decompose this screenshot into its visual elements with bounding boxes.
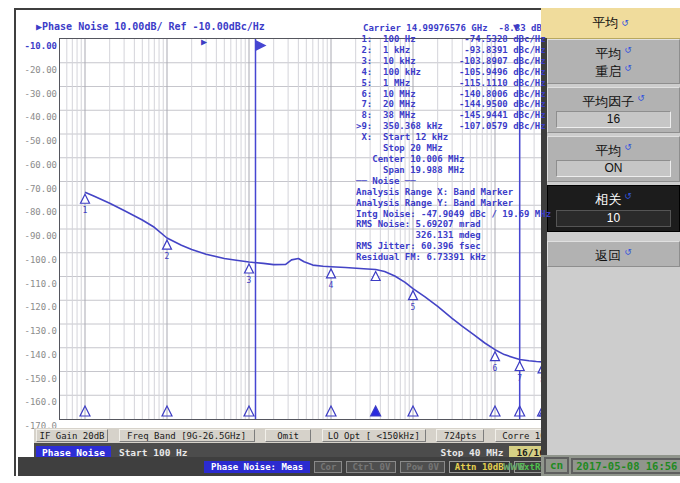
svg-text:3: 3 [247, 276, 252, 285]
softkey-average-onoff[interactable]: 平均↺ON [547, 136, 680, 182]
y-axis: -10.00-20.00-30.00-40.00-50.00-60.00-70.… [18, 40, 57, 422]
y-tick-label: -10.00 [18, 41, 57, 51]
softkey-icon: ↺ [624, 63, 632, 73]
y-tick-label: -110.0 [18, 279, 57, 289]
toolbar-button-1[interactable]: Freq Band [9G-26.5GHz] [119, 429, 255, 442]
phase-noise-plot[interactable]: 12345678 [59, 38, 555, 420]
softkey-icon: ↺ [637, 93, 645, 103]
measurement-state-badge[interactable]: Phase Noise: Meas [204, 461, 310, 473]
start-frequency-label: Start 100 Hz [119, 447, 188, 458]
y-tick-label: -160.0 [18, 397, 57, 407]
svg-text:4: 4 [329, 281, 334, 290]
y-tick-label: -90.00 [18, 231, 57, 241]
instrument-display: ▶Phase Noise 10.00dB/ Ref -10.00dBc/Hz C… [14, 8, 541, 476]
y-tick-label: -50.00 [18, 136, 57, 146]
softkey-icon: ↺ [624, 247, 632, 257]
toolbar-button-4[interactable]: 724pts [436, 429, 484, 442]
datetime-badge: 2017-05-08 16:56 [571, 458, 680, 474]
svg-text:5: 5 [411, 303, 416, 312]
softkey-average-factor[interactable]: 平均因子↺16 [547, 87, 680, 133]
menu-title-label: 平均 [592, 14, 618, 32]
toolbar-button-0[interactable]: IF Gain 20dB [36, 429, 108, 442]
softkey-value: 10 [556, 210, 671, 227]
svg-text:2: 2 [165, 252, 170, 261]
softkey-label: 平均因子 [582, 94, 634, 109]
softkey-value: ON [556, 160, 671, 177]
y-tick-label: -80.00 [18, 207, 57, 217]
softkey-icon: ↺ [624, 45, 632, 55]
y-tick-label: -100.0 [18, 255, 57, 265]
phase-noise-analyzer-screen: ▶Phase Noise 10.00dB/ Ref -10.00dBc/Hz C… [0, 0, 680, 483]
softkey-icon: ↺ [624, 142, 632, 152]
y-tick-label: -130.0 [18, 326, 57, 336]
inactive-state-badge: Pow 0V [400, 461, 445, 473]
softkey-menu-title: 平均 ↺ [541, 8, 680, 39]
y-tick-label: -20.00 [18, 65, 57, 75]
softkey-icon: ↺ [621, 18, 629, 28]
softkey-menu: 平均 ↺ 平均↺重启↺平均因子↺16平均↺ON相关↺10返回↺ [541, 8, 680, 455]
softkey-label: 返回 [595, 248, 621, 263]
svg-text:1: 1 [83, 206, 88, 215]
y-tick-label: -60.00 [18, 160, 57, 170]
attenuation-badge: Attn 10dB [449, 461, 510, 473]
svg-text:7: 7 [517, 374, 522, 383]
y-tick-label: -30.00 [18, 89, 57, 99]
softkey-label: 平均 [595, 143, 621, 158]
datetime-row: cn 2017-05-08 16:56 [541, 455, 680, 476]
svg-text:6: 6 [493, 364, 498, 373]
instrument-state-bar: Phase Noise: Meas CorCtrl 0VPow 0V Attn … [18, 457, 541, 476]
softkey-icon: ↺ [624, 191, 632, 201]
softkey-label: 相关 [595, 193, 621, 208]
trace-header: ▶Phase Noise 10.00dB/ Ref -10.00dBc/Hz [36, 21, 265, 32]
y-tick-label: -150.0 [18, 374, 57, 384]
y-tick-label: -120.0 [18, 302, 57, 312]
watermark-www: www [503, 459, 525, 473]
watermark-cn: cn [544, 457, 569, 474]
inactive-state-badge: Ctrl 0V [346, 461, 396, 473]
band-stop-marker-icon[interactable]: ▼ [513, 22, 520, 33]
inactive-state-badge: Cor [314, 461, 342, 473]
softkey-label: 平均 [595, 46, 621, 61]
toolbar-button-2[interactable]: Omit [265, 429, 311, 442]
y-tick-label: -40.00 [18, 112, 57, 122]
softkey-return[interactable]: 返回↺ [547, 241, 680, 267]
softkey-label: 重启 [595, 65, 621, 80]
softkey-correlation[interactable]: 相关↺10 [547, 185, 680, 231]
setup-toolbar: IF Gain 20dBFreq Band [9G-26.5GHz]OmitLO… [34, 428, 555, 443]
softkey-average-restart[interactable]: 平均↺重启↺ [547, 39, 680, 84]
reference-flag-icon[interactable]: ▶ [201, 37, 207, 47]
softkey-value: 16 [556, 111, 671, 128]
stop-frequency-label: Stop 40 MHz [440, 447, 503, 458]
y-tick-label: -70.00 [18, 184, 57, 194]
y-tick-label: -140.0 [18, 350, 57, 360]
toolbar-button-3[interactable]: LO Opt [ <150kHz] [322, 429, 426, 442]
trace-scale-label: Phase Noise 10.00dB/ Ref -10.00dBc/Hz [42, 21, 265, 32]
